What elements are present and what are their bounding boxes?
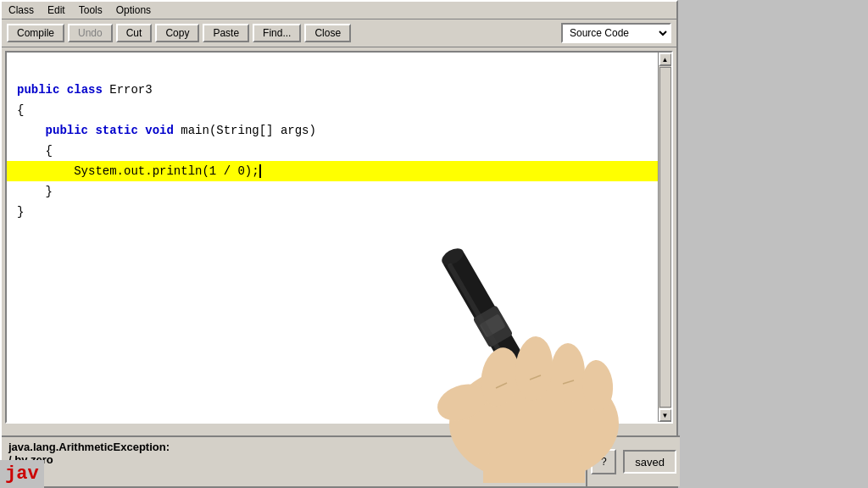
- menu-options[interactable]: Options: [113, 3, 154, 17]
- saved-indicator: saved: [623, 450, 676, 474]
- menu-class[interactable]: Class: [5, 3, 37, 17]
- bottom-left-label: jav: [0, 460, 44, 488]
- scrollbar-up[interactable]: ▲: [659, 53, 672, 66]
- status-exception-panel: java.lang.ArithmeticException: / by zero: [2, 437, 587, 486]
- compile-button[interactable]: Compile: [7, 24, 64, 42]
- code-content: public class Error3 { public static void…: [7, 53, 671, 249]
- close-button[interactable]: Close: [304, 24, 351, 42]
- source-code-dropdown[interactable]: Source Code: [561, 23, 671, 43]
- cut-button[interactable]: Cut: [116, 24, 153, 42]
- undo-button[interactable]: Undo: [68, 24, 113, 42]
- exception-line2: / by zero: [8, 453, 579, 466]
- code-line-4: {: [17, 144, 53, 158]
- scrollbar-down[interactable]: ▼: [659, 408, 672, 422]
- code-line-7: }: [17, 205, 24, 219]
- paste-button[interactable]: Paste: [203, 24, 249, 42]
- scrollbar-thumb[interactable]: [659, 67, 671, 408]
- code-line-1: public class Error3: [17, 83, 153, 97]
- exception-line1: java.lang.ArithmeticException:: [8, 441, 579, 453]
- status-right-panel: ? saved: [587, 437, 680, 486]
- code-line-3: public static void main(String[] args): [17, 124, 316, 137]
- source-code-dropdown-container: Source Code: [561, 23, 671, 43]
- copy-button[interactable]: Copy: [155, 24, 199, 42]
- editor-scrollbar[interactable]: ▲ ▼: [658, 53, 671, 422]
- code-line-6: }: [17, 185, 53, 198]
- menu-bar: Class Edit Tools Options: [2, 2, 676, 19]
- question-button[interactable]: ?: [591, 449, 616, 474]
- find-button[interactable]: Find...: [253, 24, 301, 42]
- code-line-5-highlighted: System.out.println(1 / 0);: [7, 161, 661, 181]
- menu-tools[interactable]: Tools: [75, 3, 106, 17]
- main-window: Class Edit Tools Options Compile Undo Cu…: [0, 0, 678, 488]
- menu-edit[interactable]: Edit: [44, 3, 69, 17]
- toolbar: Compile Undo Cut Copy Paste Find... Clos…: [2, 19, 676, 47]
- status-bar: java.lang.ArithmeticException: / by zero…: [2, 435, 680, 486]
- code-editor[interactable]: public class Error3 { public static void…: [5, 51, 673, 424]
- code-line-2: {: [17, 103, 24, 117]
